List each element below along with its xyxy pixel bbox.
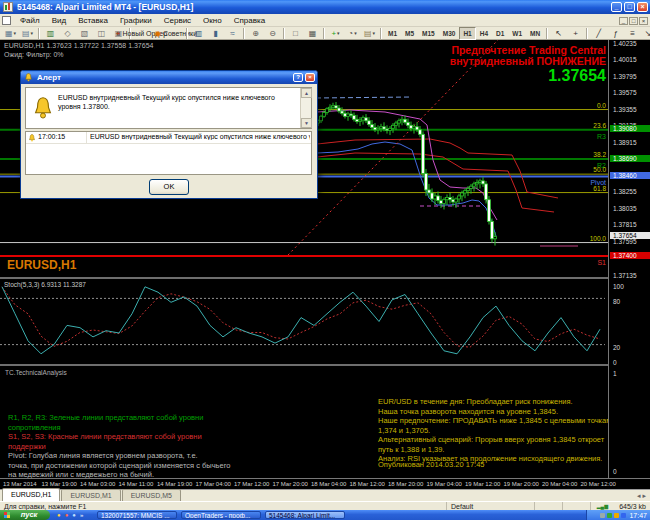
price-tick: 1.39795 bbox=[613, 73, 637, 80]
navigator-icon: ▧ bbox=[81, 28, 89, 39]
alert-history-list[interactable]: 17:00:15 EURUSD внутридневный Текущий ку… bbox=[25, 131, 312, 175]
alert-title: Алерт bbox=[37, 73, 61, 82]
tile-windows-button[interactable]: ▦ bbox=[304, 27, 321, 40]
maximize-button[interactable]: □ bbox=[624, 2, 635, 12]
alert-help-button[interactable]: ? bbox=[293, 73, 303, 82]
cursor-tool-button[interactable]: ↖ bbox=[550, 27, 567, 40]
quick-launch-icon[interactable]: ● bbox=[65, 512, 69, 518]
menu-4[interactable]: Сервис bbox=[158, 14, 197, 27]
quick-launch-icon[interactable]: ● bbox=[72, 512, 76, 518]
timeframe-w1[interactable]: W1 bbox=[508, 27, 526, 40]
quick-launch: ● ● ● » bbox=[55, 510, 85, 520]
chevron-down-icon: ▾ bbox=[337, 28, 340, 39]
menu-1[interactable]: Вид bbox=[46, 14, 72, 27]
symbol-ohlc-label: EURUSD,H1 1.37623 1.37722 1.37558 1.3765… bbox=[4, 42, 153, 49]
tray-icon[interactable] bbox=[600, 513, 605, 518]
minimize-button[interactable]: _ bbox=[611, 2, 622, 12]
close-button[interactable]: × bbox=[637, 2, 648, 12]
task-button-1[interactable]: OpenTraders - проф... bbox=[181, 511, 261, 519]
menu-3[interactable]: Графики bbox=[114, 14, 158, 27]
menu-0[interactable]: Файл bbox=[14, 14, 46, 27]
fibonacci-tool-button[interactable]: ƒ bbox=[607, 27, 624, 40]
mdi-minimize-button[interactable]: _ bbox=[619, 17, 628, 25]
timeframe-m5[interactable]: M5 bbox=[401, 27, 418, 40]
new-order-button[interactable]: +Новый Ордер bbox=[133, 27, 150, 40]
menu-2[interactable]: Вставка bbox=[72, 14, 114, 27]
crosshair-tool-icon: + bbox=[573, 28, 578, 39]
cascade-windows-button[interactable]: □ bbox=[287, 27, 304, 40]
chevron-down-icon: ▾ bbox=[373, 28, 376, 39]
indicators-button[interactable]: +▾ bbox=[327, 27, 344, 40]
crosshair-tool-button[interactable]: + bbox=[567, 27, 584, 40]
mdi-restore-button[interactable]: □ bbox=[629, 17, 638, 25]
new-chart-button[interactable]: ▦▾ bbox=[2, 27, 19, 40]
arrows-tool-button[interactable]: ↘▾ bbox=[641, 27, 650, 40]
tray-icon[interactable] bbox=[607, 513, 612, 518]
menu-5[interactable]: Окно bbox=[197, 14, 228, 27]
task-button-2[interactable]: 5145468: Alpari Limit... bbox=[265, 511, 345, 519]
expert-advisors-button[interactable]: ◉Советники bbox=[167, 27, 184, 40]
timeframe-m30[interactable]: M30 bbox=[439, 27, 460, 40]
price-tick: 1.37815 bbox=[613, 221, 637, 228]
price-tick: 1.40015 bbox=[613, 56, 637, 63]
timeframe-h4[interactable]: H4 bbox=[476, 27, 492, 40]
svg-text:0.0: 0.0 bbox=[597, 102, 606, 109]
toolbar-separator bbox=[546, 28, 548, 39]
tab-scroll-arrows[interactable]: ◂ ▸ bbox=[637, 492, 646, 500]
toolbar-separator bbox=[586, 28, 588, 39]
timeframe-mn[interactable]: MN bbox=[526, 27, 544, 40]
price-tick: 1.39575 bbox=[613, 89, 637, 96]
bar-chart-button[interactable]: ▥ bbox=[190, 27, 207, 40]
alert-history-row[interactable]: 17:00:15 EURUSD внутридневный Текущий ку… bbox=[26, 132, 311, 144]
ok-button[interactable]: OK bbox=[149, 179, 189, 195]
alert-close-button[interactable]: × bbox=[305, 73, 315, 82]
svg-text:61.8: 61.8 bbox=[593, 185, 606, 192]
navigator-button[interactable]: ▧ bbox=[76, 27, 93, 40]
templates-icon: ▤ bbox=[364, 28, 372, 39]
tc-indicator-label: TC.TechnicalAnalysis bbox=[5, 369, 67, 376]
time-axis[interactable]: 13 Mar 201413 Mar 19:0014 Mar 03:0014 Ma… bbox=[0, 478, 650, 489]
trendline-tool-button[interactable]: ╱ bbox=[590, 27, 607, 40]
zoom-out-button[interactable]: ⊖ bbox=[264, 27, 281, 40]
alert-scrollbar[interactable]: ▲ ▼ bbox=[300, 88, 311, 128]
start-button[interactable]: пуск bbox=[0, 510, 50, 520]
tab-eurusd-m5[interactable]: EURUSD,M5 bbox=[122, 489, 181, 501]
timeframe-h1[interactable]: H1 bbox=[459, 27, 475, 40]
menu-6[interactable]: Справка bbox=[228, 14, 271, 27]
tray-icon[interactable] bbox=[621, 513, 626, 518]
window-separator[interactable] bbox=[0, 364, 650, 366]
alert-title-bar[interactable]: Алерт ? × bbox=[21, 71, 317, 84]
time-label: 18 Mar 04:00 bbox=[311, 481, 346, 487]
mdi-close-button[interactable]: × bbox=[639, 17, 648, 25]
stochastic-chart[interactable] bbox=[0, 279, 608, 364]
task-button-0[interactable]: 1320071557: MMCIS ... bbox=[97, 511, 177, 519]
candlestick-chart-button[interactable]: ▮ bbox=[207, 27, 224, 40]
templates-button[interactable]: ▤▾ bbox=[361, 27, 378, 40]
tile-windows-icon: ▦ bbox=[309, 28, 317, 39]
data-window-button[interactable]: ◇ bbox=[59, 27, 76, 40]
scroll-up-icon[interactable]: ▲ bbox=[301, 88, 312, 98]
text-tool-button[interactable]: ≡ bbox=[624, 27, 641, 40]
zoom-in-button[interactable]: ⊕ bbox=[247, 27, 264, 40]
tray-icon[interactable] bbox=[614, 513, 619, 518]
timeframe-m15[interactable]: M15 bbox=[418, 27, 439, 40]
quick-launch-icon[interactable]: ● bbox=[57, 512, 61, 518]
cursor-tool-icon: ↖ bbox=[555, 28, 562, 39]
tab-eurusd-m1[interactable]: EURUSD,M1 bbox=[61, 489, 120, 501]
scroll-down-icon[interactable]: ▼ bbox=[301, 118, 312, 128]
data-window-icon: ◇ bbox=[64, 28, 70, 39]
timeframe-m1[interactable]: M1 bbox=[384, 27, 401, 40]
published-label: Опубликован 2014.03.20 17:45 bbox=[378, 460, 484, 469]
price-axis[interactable]: 1.402351.400151.397951.395751.393551.391… bbox=[608, 40, 650, 478]
terminal-button[interactable]: ◫ bbox=[93, 27, 110, 40]
line-chart-button[interactable]: ≈ bbox=[224, 27, 241, 40]
timeframe-d1[interactable]: D1 bbox=[492, 27, 508, 40]
tab-eurusd-h1[interactable]: EURUSD,H1 bbox=[2, 488, 60, 501]
profiles-button[interactable]: ▤▾ bbox=[19, 27, 36, 40]
chart-tabs-bar: EURUSD,H1EURUSD,M1EURUSD,M5 bbox=[0, 489, 650, 501]
market-watch-button[interactable]: ▥ bbox=[42, 27, 59, 40]
window-title-bar[interactable]: 5145468: Alpari Limited MT4 - [EURUSD,H1… bbox=[0, 0, 650, 14]
periods-button[interactable]: ◔▾ bbox=[344, 27, 361, 40]
quick-launch-overflow[interactable]: » bbox=[80, 512, 83, 518]
app-icon bbox=[3, 2, 13, 12]
